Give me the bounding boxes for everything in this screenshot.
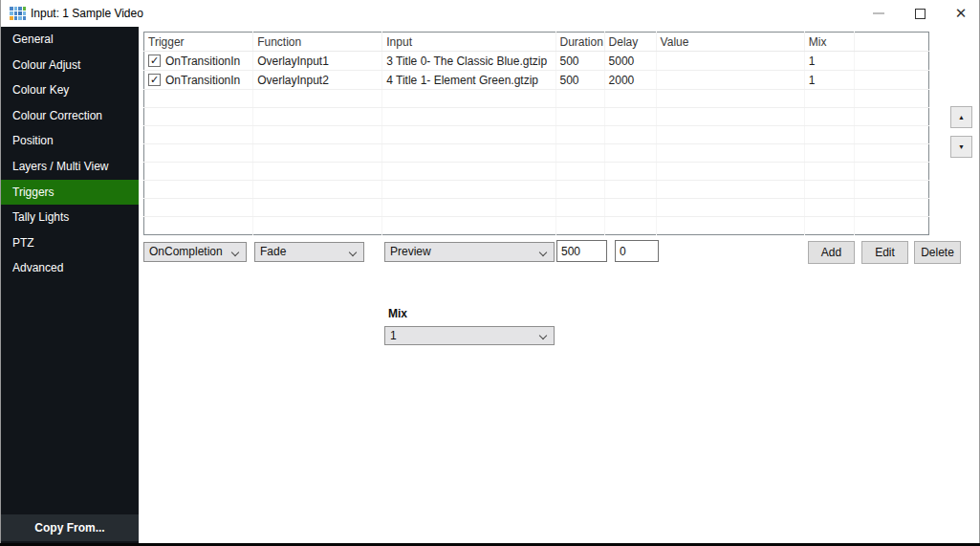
sidebar-item-advanced[interactable]: Advanced <box>1 255 139 281</box>
cell-input: 4 Title 1- Element Green.gtzip <box>382 71 555 90</box>
sidebar-item-ptz[interactable]: PTZ <box>1 230 139 256</box>
cell-trigger: OnTransitionIn <box>165 74 240 87</box>
vmix-input-icon <box>10 7 26 20</box>
column-header-function[interactable]: Function <box>253 33 382 52</box>
row-checkbox[interactable]: ✓ <box>148 74 161 86</box>
column-header-input[interactable]: Input <box>382 33 555 52</box>
up-arrow-icon: ▲ <box>958 114 965 120</box>
title-bar: Input: 1 Sample Video ✕ <box>1 0 979 27</box>
column-header-duration[interactable]: Duration <box>555 33 604 52</box>
input-dropdown[interactable]: Preview <box>384 242 555 262</box>
cell-duration: 500 <box>555 71 604 90</box>
sidebar-item-general[interactable]: General <box>1 27 139 53</box>
table-row[interactable]: ✓OnTransitionIn OverlayInput2 4 Title 1-… <box>144 71 929 90</box>
window-title: Input: 1 Sample Video <box>31 7 143 20</box>
chevron-down-icon <box>349 249 357 256</box>
sidebar-item-tally-lights[interactable]: Tally Lights <box>1 205 139 230</box>
mix-dropdown[interactable]: 1 <box>384 326 555 345</box>
mix-label: Mix <box>388 307 407 320</box>
move-up-button[interactable]: ▲ <box>950 106 972 128</box>
trigger-type-dropdown[interactable]: OnCompletion <box>143 242 247 262</box>
minimize-button[interactable] <box>860 0 897 27</box>
function-value: Fade <box>260 245 286 258</box>
maximize-icon <box>915 9 926 19</box>
column-header-mix[interactable]: Mix <box>804 33 854 52</box>
cell-delay: 2000 <box>604 71 656 90</box>
input-settings-window: Input: 1 Sample Video ✕ General Colour A… <box>0 0 980 546</box>
cell-mix: 1 <box>804 71 854 90</box>
delay-field[interactable] <box>615 240 659 262</box>
cell-duration: 500 <box>555 52 604 71</box>
column-header-trigger[interactable]: Trigger <box>144 33 253 52</box>
add-button[interactable]: Add <box>808 241 855 264</box>
triggers-table: Trigger Function Input Duration Delay Va… <box>143 32 929 235</box>
maximize-button[interactable] <box>902 0 938 27</box>
duration-field[interactable] <box>556 240 607 262</box>
table-empty-row[interactable] <box>144 126 929 144</box>
delete-button[interactable]: Delete <box>914 241 961 264</box>
cell-function: OverlayInput1 <box>253 52 382 71</box>
chevron-down-icon <box>539 332 547 339</box>
cell-value <box>656 52 804 71</box>
column-header-blank <box>854 33 928 52</box>
cell-input: 3 Title 0- The Classic Blue.gtzip <box>382 52 555 71</box>
cell-trigger: OnTransitionIn <box>165 55 240 68</box>
row-checkbox[interactable]: ✓ <box>148 55 161 67</box>
sidebar-item-position[interactable]: Position <box>1 128 139 154</box>
sidebar-item-colour-correction[interactable]: Colour Correction <box>1 103 139 129</box>
sidebar-item-layers-multi-view[interactable]: Layers / Multi View <box>1 154 139 180</box>
cell-blank <box>854 71 928 90</box>
column-header-delay[interactable]: Delay <box>604 33 656 52</box>
sidebar-item-colour-key[interactable]: Colour Key <box>1 77 139 103</box>
cell-mix: 1 <box>804 52 854 71</box>
table-empty-row[interactable] <box>144 217 929 235</box>
sidebar-item-colour-adjust[interactable]: Colour Adjust <box>1 53 139 78</box>
cell-function: OverlayInput2 <box>253 71 382 90</box>
table-header-row: Trigger Function Input Duration Delay Va… <box>144 33 929 52</box>
cell-delay: 5000 <box>604 52 656 71</box>
close-button[interactable]: ✕ <box>943 0 979 27</box>
settings-sidebar: General Colour Adjust Colour Key Colour … <box>1 27 139 543</box>
mix-value: 1 <box>390 329 397 342</box>
chevron-down-icon <box>539 249 547 256</box>
table-empty-row[interactable] <box>144 90 929 108</box>
table-empty-row[interactable] <box>144 199 929 217</box>
trigger-type-value: OnCompletion <box>149 245 223 258</box>
minimize-icon <box>873 12 884 14</box>
cell-blank <box>854 52 928 71</box>
chevron-down-icon <box>231 249 239 256</box>
table-empty-row[interactable] <box>144 181 929 199</box>
table-row[interactable]: ✓OnTransitionIn OverlayInput1 3 Title 0-… <box>144 52 929 71</box>
table-empty-row[interactable] <box>144 108 929 126</box>
move-down-button[interactable]: ▼ <box>950 136 972 158</box>
table-empty-row[interactable] <box>144 144 929 163</box>
sidebar-item-triggers[interactable]: Triggers <box>1 180 139 206</box>
copy-from-button[interactable]: Copy From... <box>1 514 139 541</box>
column-header-value[interactable]: Value <box>656 33 804 52</box>
edit-button[interactable]: Edit <box>861 241 908 264</box>
function-dropdown[interactable]: Fade <box>254 242 364 262</box>
down-arrow-icon: ▼ <box>958 143 965 150</box>
input-value: Preview <box>390 245 431 258</box>
cell-value <box>656 71 804 90</box>
table-empty-row[interactable] <box>144 163 929 181</box>
